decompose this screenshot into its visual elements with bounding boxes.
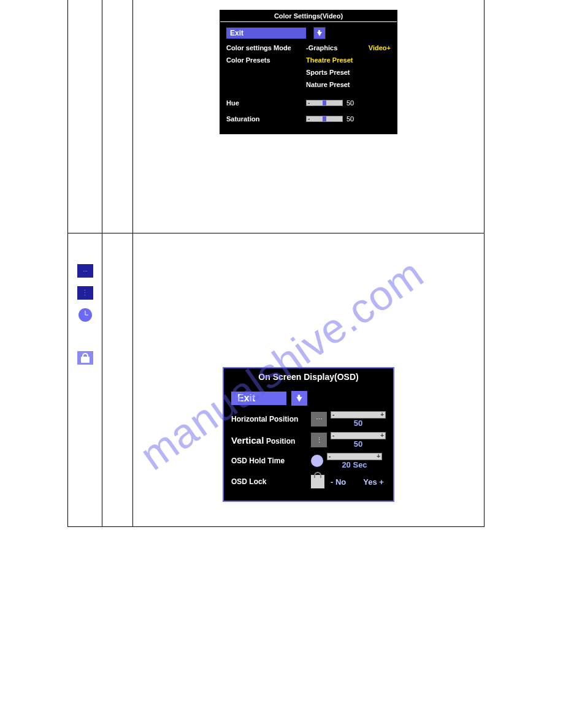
- hold-label: OSD Hold Time: [231, 457, 311, 465]
- exit-run-icon: [313, 27, 326, 39]
- hpos-icon: [77, 264, 93, 278]
- hold-clock-icon: [311, 455, 323, 467]
- row-hue: Hue 50: [226, 97, 391, 109]
- exit2-item[interactable]: Exit: [231, 392, 286, 405]
- exit-item[interactable]: Exit: [226, 28, 306, 39]
- hpos-slider-stack: -+ 50: [331, 411, 386, 428]
- vpos-label-a: Vertical: [231, 435, 264, 446]
- vpos-icon: ···: [77, 286, 93, 300]
- vpos-label: Vertical Position: [231, 435, 311, 446]
- saturation-slider[interactable]: [306, 116, 343, 122]
- hpos-mini-icon: ⋯: [311, 412, 327, 427]
- lock-label: OSD Lock: [231, 477, 311, 486]
- row-mode: Color settings Mode -Graphics Video+: [226, 42, 391, 54]
- row-exit: Exit: [226, 27, 391, 39]
- vpos-slider[interactable]: -+: [331, 432, 386, 439]
- lock-icon: [77, 351, 93, 365]
- osd-panel-osd-settings: On Screen Display(OSD) Exit Horizontal P…: [223, 367, 394, 502]
- hue-label: Hue: [226, 99, 306, 107]
- section-osd: ··· On Screen Display(OSD) Exit: [67, 233, 484, 527]
- vpos-label-b: Position: [266, 437, 295, 446]
- section-color-settings: Color Settings(Video) Exit Color setting…: [67, 0, 484, 233]
- vpos-value: 50: [331, 439, 386, 449]
- row2-vpos: Vertical Position ⋮ -+ 50: [231, 430, 386, 450]
- osd-panel-color-settings: Color Settings(Video) Exit Color setting…: [220, 10, 397, 134]
- hold-value: 20 Sec: [327, 460, 382, 469]
- panel-body: Exit Color settings Mode -Graphics Video…: [220, 22, 397, 134]
- right-col: Color Settings(Video) Exit Color setting…: [133, 0, 484, 233]
- mode-label: Color settings Mode: [226, 44, 306, 51]
- mode-graphics[interactable]: -Graphics: [306, 44, 337, 51]
- hold-slider-stack: -+ 20 Sec: [327, 453, 382, 469]
- lock-no[interactable]: - No: [331, 477, 346, 487]
- right-col-2: On Screen Display(OSD) Exit Horizontal P…: [133, 233, 484, 526]
- row2-lock: OSD Lock - No Yes +: [231, 471, 386, 492]
- saturation-value: 50: [347, 115, 354, 123]
- row-preset-nature: Nature Preset: [226, 78, 391, 91]
- hpos-slider[interactable]: -+: [331, 411, 386, 419]
- panel-title: Color Settings(Video): [220, 10, 397, 22]
- vpos-mini-icon: ⋮: [311, 433, 327, 447]
- hold-slider[interactable]: -+: [327, 453, 382, 460]
- mid-narrow-col-2: [102, 233, 133, 526]
- mode-video[interactable]: Video+: [369, 44, 391, 51]
- panel2-body: Exit Horizontal Position ⋯ -+ 50: [224, 385, 393, 501]
- row2-hpos: Horizontal Position ⋯ -+ 50: [231, 409, 386, 430]
- vpos-slider-stack: -+ 50: [331, 432, 386, 449]
- manual-page: Color Settings(Video) Exit Color setting…: [67, 0, 484, 527]
- row-preset-sports: Sports Preset: [226, 66, 391, 78]
- hue-value: 50: [347, 99, 354, 107]
- saturation-label: Saturation: [226, 115, 306, 123]
- exit2-run-icon: [291, 391, 307, 406]
- left-narrow-col: [68, 0, 102, 233]
- mid-narrow-col: [102, 0, 133, 233]
- row-presets: Color Presets Theatre Preset: [226, 54, 391, 66]
- clock-icon: [77, 308, 93, 322]
- row2-hold: OSD Hold Time -+ 20 Sec: [231, 450, 386, 471]
- preset-sports[interactable]: Sports Preset: [306, 69, 350, 76]
- hpos-value: 50: [331, 419, 386, 428]
- hue-slider[interactable]: [306, 100, 343, 106]
- row2-exit: Exit: [231, 388, 386, 409]
- lock-mini-icon: [311, 475, 324, 488]
- panel2-title: On Screen Display(OSD): [224, 368, 393, 385]
- left-narrow-col-2: ···: [68, 233, 102, 526]
- hpos-label: Horizontal Position: [231, 415, 311, 423]
- row-saturation: Saturation 50: [226, 113, 391, 125]
- preset-theatre[interactable]: Theatre Preset: [306, 56, 353, 64]
- preset-nature[interactable]: Nature Preset: [306, 81, 350, 88]
- presets-label: Color Presets: [226, 56, 306, 64]
- lock-yes[interactable]: Yes +: [363, 477, 384, 487]
